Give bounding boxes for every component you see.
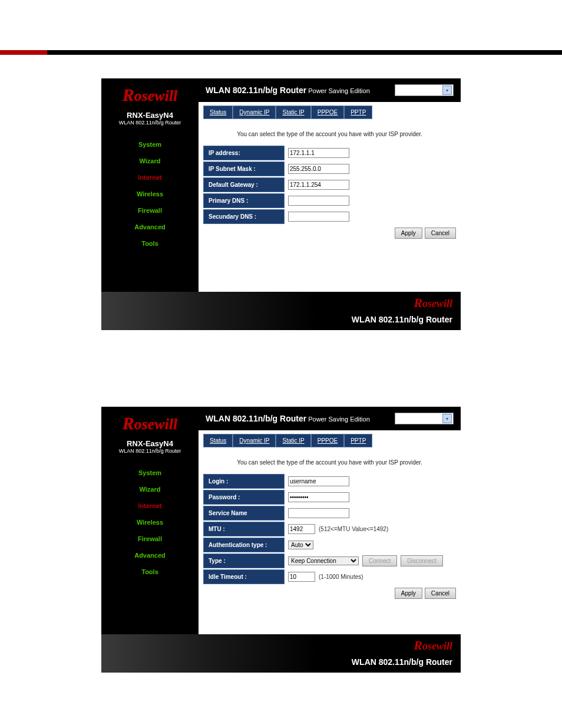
- sidebar-item-wizard[interactable]: Wizard: [101, 153, 199, 169]
- login-input[interactable]: [288, 476, 349, 486]
- footer-text: WLAN 802.11n/b/g Router: [352, 315, 452, 324]
- sidebar-item-system[interactable]: System: [101, 136, 199, 153]
- brand-logo: Rosewill: [112, 410, 189, 436]
- sidebar: Rosewill RNX-EasyN4 WLAN 802.11n/b/g Rou…: [101, 407, 199, 634]
- panel-header: WLAN 802.11n/b/g Router Power Saving Edi…: [199, 407, 461, 430]
- sidebar-item-wizard[interactable]: Wizard: [101, 481, 199, 498]
- cancel-button[interactable]: Cancel: [425, 588, 456, 599]
- label-default-gateway: Default Gateway :: [203, 177, 285, 192]
- header-title: WLAN 802.11n/b/g Router: [206, 414, 306, 423]
- mode-select-value: AP Router Mode: [396, 416, 440, 422]
- product-model: RNX-EasyN4: [101, 439, 199, 448]
- router-panel-static-ip: Rosewill RNX-EasyN4 WLAN 802.11n/b/g Rou…: [101, 78, 461, 330]
- footer-text: WLAN 802.11n/b/g Router: [352, 657, 452, 667]
- tab-pppoe[interactable]: PPPOE: [311, 434, 344, 447]
- tab-pptp[interactable]: PPTP: [344, 106, 372, 119]
- chevron-down-icon: ▾: [442, 85, 452, 95]
- label-login: Login :: [203, 474, 285, 489]
- label-primary-dns: Primary DNS :: [203, 193, 285, 208]
- tab-static-ip[interactable]: Static IP: [276, 106, 310, 119]
- sidebar: Rosewill RNX-EasyN4 WLAN 802.11n/b/g Rou…: [101, 78, 199, 292]
- mode-select[interactable]: AP Router Mode ▾: [395, 413, 454, 424]
- tab-dynamic-ip[interactable]: Dynamic IP: [233, 106, 276, 119]
- cancel-button[interactable]: Cancel: [425, 228, 456, 239]
- router-panel-pppoe: Rosewill RNX-EasyN4 WLAN 802.11n/b/g Rou…: [101, 407, 461, 673]
- header-subtitle: Power Saving Edition: [308, 416, 370, 423]
- label-service-name: Service Name: [203, 506, 285, 521]
- sidebar-item-advanced[interactable]: Advanced: [101, 219, 199, 235]
- page-top-bar: [0, 50, 562, 55]
- brand-logo: Rosewill: [112, 81, 189, 108]
- ip-address-input[interactable]: [288, 148, 349, 158]
- connection-type-select[interactable]: Keep Connection: [288, 556, 359, 565]
- mode-select-value: AP Router Mode: [396, 87, 440, 94]
- password-input[interactable]: [288, 492, 349, 502]
- tabs: Status Dynamic IP Static IP PPPOE PPTP: [203, 434, 456, 447]
- chevron-down-icon: ▾: [442, 414, 452, 423]
- tab-dynamic-ip[interactable]: Dynamic IP: [233, 434, 276, 447]
- label-idle-timeout: Idle Timeout :: [203, 569, 285, 584]
- description-text: You can select the type of the account y…: [203, 131, 456, 137]
- mtu-hint: (512<=MTU Value<=1492): [319, 526, 388, 532]
- panel-footer: Rosewill WLAN 802.11n/b/g Router: [101, 634, 461, 673]
- tab-static-ip[interactable]: Static IP: [276, 434, 310, 447]
- footer-logo: Rosewill: [414, 295, 452, 311]
- tab-pptp[interactable]: PPTP: [344, 434, 372, 447]
- secondary-dns-input[interactable]: [288, 212, 349, 222]
- label-type: Type :: [203, 554, 285, 568]
- sidebar-item-tools[interactable]: Tools: [101, 235, 199, 252]
- label-auth-type: Authentication type :: [203, 538, 285, 552]
- disconnect-button[interactable]: Disconnect: [401, 555, 442, 566]
- sidebar-item-internet[interactable]: Internet: [101, 498, 199, 514]
- sidebar-item-internet[interactable]: Internet: [101, 169, 199, 186]
- sidebar-item-firewall[interactable]: Firewall: [101, 202, 199, 219]
- tab-status[interactable]: Status: [203, 106, 233, 119]
- sidebar-item-advanced[interactable]: Advanced: [101, 547, 199, 564]
- tabs: Status Dynamic IP Static IP PPPOE PPTP: [203, 106, 456, 119]
- sidebar-item-tools[interactable]: Tools: [101, 564, 199, 580]
- panel-header: WLAN 802.11n/b/g Router Power Saving Edi…: [199, 78, 461, 102]
- mode-select[interactable]: AP Router Mode ▾: [395, 84, 454, 96]
- label-ip-address: IP address:: [203, 146, 285, 160]
- label-secondary-dns: Secundary DNS :: [203, 209, 285, 224]
- panel-footer: Rosewill WLAN 802.11n/b/g Router: [101, 292, 461, 330]
- default-gateway-input[interactable]: [288, 180, 349, 190]
- header-subtitle: Power Saving Edition: [308, 87, 370, 94]
- subnet-mask-input[interactable]: [288, 164, 349, 174]
- label-password: Password :: [203, 490, 285, 505]
- apply-button[interactable]: Apply: [395, 588, 422, 599]
- product-model: RNX-EasyN4: [101, 111, 199, 120]
- label-mtu: MTU :: [203, 522, 285, 536]
- label-subnet-mask: IP Subnet Mask :: [203, 162, 285, 176]
- header-title: WLAN 802.11n/b/g Router: [206, 85, 306, 95]
- product-model-sub: WLAN 802.11n/b/g Router: [101, 448, 199, 454]
- tab-status[interactable]: Status: [203, 434, 233, 447]
- service-name-input[interactable]: [288, 508, 349, 518]
- connect-button[interactable]: Connect: [362, 555, 397, 566]
- tab-pppoe[interactable]: PPPOE: [311, 106, 344, 119]
- product-model-sub: WLAN 802.11n/b/g Router: [101, 120, 199, 126]
- primary-dns-input[interactable]: [288, 196, 349, 206]
- sidebar-item-system[interactable]: System: [101, 465, 199, 481]
- idle-hint: (1-1000 Minutes): [319, 574, 363, 580]
- auth-type-select[interactable]: Auto: [288, 541, 313, 549]
- sidebar-item-firewall[interactable]: Firewall: [101, 531, 199, 547]
- mtu-input[interactable]: [288, 524, 315, 534]
- sidebar-item-wireless[interactable]: Wireless: [101, 514, 199, 531]
- footer-logo: Rosewill: [414, 638, 452, 653]
- apply-button[interactable]: Apply: [395, 228, 422, 239]
- sidebar-item-wireless[interactable]: Wireless: [101, 186, 199, 202]
- idle-timeout-input[interactable]: [288, 572, 315, 582]
- description-text: You can select the type of the account y…: [203, 459, 456, 466]
